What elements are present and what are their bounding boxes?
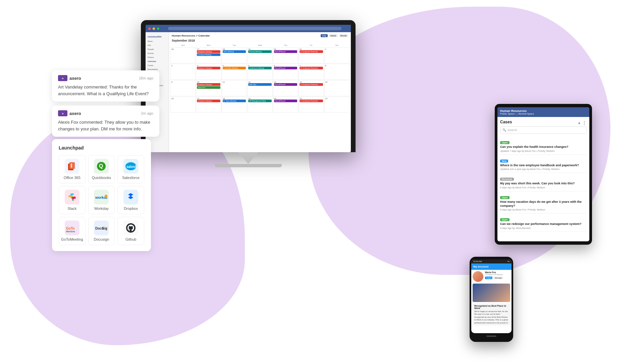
cal-event: 2+ Employee Performer bbox=[300, 100, 323, 102]
follow-button[interactable]: Follow bbox=[485, 277, 492, 279]
message-button[interactable]: Message bbox=[493, 277, 503, 279]
axero-brand-name-2: axero bbox=[69, 111, 81, 116]
tablet-frame: Human Resources Public Space — Normal Sp… bbox=[495, 104, 592, 245]
notifications-panel: a axero 16m ago Art Vandelay commented: … bbox=[52, 70, 159, 137]
cal-event: Committee Meeting bbox=[223, 67, 246, 69]
phone-post-body: We're happy to announce that, for the 5t… bbox=[474, 310, 508, 324]
cases-add-button[interactable]: + bbox=[578, 120, 581, 126]
cal-event: Employee Standup bbox=[197, 100, 220, 102]
launchpad-item-salesforce[interactable]: salesforce Salesforce bbox=[117, 155, 144, 183]
svg-rect-14 bbox=[74, 196, 75, 199]
svg-text:Meeting: Meeting bbox=[66, 230, 75, 232]
sidebar-item-news[interactable]: News bbox=[147, 39, 167, 43]
slack-label: Slack bbox=[67, 206, 76, 210]
cal-cell-19: 13 Payroll/Payroll bbox=[273, 80, 298, 96]
cases-header-row: Cases + ⋮ bbox=[500, 120, 587, 126]
cal-cell-1: 26 bbox=[170, 47, 196, 63]
cal-event: 2+ Employee Performer bbox=[300, 50, 323, 53]
launchpad-item-slack[interactable]: Slack bbox=[59, 186, 86, 214]
notif-brand-1: a axero bbox=[58, 75, 81, 81]
workday-icon: workday bbox=[94, 190, 109, 204]
case-item-1[interactable]: Open Can you explain the health insuranc… bbox=[500, 136, 587, 155]
cal-cell-7: 1 bbox=[324, 47, 350, 63]
case-item-4[interactable]: Open How many vacation days do we get af… bbox=[500, 191, 587, 214]
gotomeeting-icon: GoTo Meeting bbox=[65, 221, 79, 235]
quickbooks-icon: Q bbox=[94, 159, 109, 174]
tablet-hr-title: Human Resources bbox=[500, 109, 587, 113]
sidebar-item-people[interactable]: People bbox=[147, 47, 167, 51]
sidebar-item-info[interactable]: Info bbox=[147, 43, 167, 47]
cal-cell-24: 18 3+ Team Meeting bbox=[222, 97, 247, 113]
sidebar-item-photos[interactable]: Photos bbox=[147, 55, 167, 59]
svg-text:GoTo: GoTo bbox=[66, 227, 74, 230]
launchpad-item-github[interactable]: Github bbox=[117, 217, 144, 245]
monitor-neck-top bbox=[238, 152, 258, 164]
cal-cell-27: 21 2+ Employee Performer bbox=[299, 97, 324, 113]
svg-rect-8 bbox=[71, 193, 74, 195]
view-day-button[interactable]: Day bbox=[321, 34, 327, 37]
case-meta-2: Updated over a year ago by Alexis Fox • … bbox=[500, 168, 587, 170]
calendar-main: Human Resources > Calendar Day Week Mont… bbox=[169, 32, 351, 152]
monitor-stand-assembly bbox=[141, 152, 356, 167]
axero-logo-text-2: a bbox=[62, 112, 63, 115]
axero-brand-name-1: axero bbox=[69, 76, 81, 81]
notif-time-1: 16m ago bbox=[139, 76, 153, 80]
github-label: Github bbox=[125, 237, 136, 241]
case-item-3[interactable]: Resolved My pay was short this week. Can… bbox=[500, 173, 587, 191]
launchpad-panel: Launchpad Office 365 Q Quickbooks bbox=[52, 139, 151, 251]
phone-profile-name: Maria Fox bbox=[485, 271, 510, 274]
launchpad-item-workday[interactable]: workday Workday bbox=[88, 186, 115, 214]
case-meta-3: 6 days ago by Alexis Fox • Priority: Med… bbox=[500, 186, 587, 189]
launchpad-item-office365[interactable]: Office 365 bbox=[59, 155, 86, 183]
close-dot bbox=[148, 27, 151, 30]
sidebar-item-calendar[interactable]: Calendar bbox=[147, 59, 167, 63]
dropbox-label: Dropbox bbox=[124, 206, 138, 210]
phone-home-area bbox=[471, 333, 512, 339]
docusign-label: Docusign bbox=[94, 237, 109, 241]
cases-menu-button[interactable]: ⋮ bbox=[582, 120, 587, 126]
phone-screen: 10:00 AM ▪▪▪ My Account Maria Fox Compan… bbox=[471, 259, 512, 333]
home-button[interactable] bbox=[486, 336, 496, 337]
monitor-base bbox=[215, 164, 282, 167]
cal-cell-22: 16 bbox=[170, 97, 196, 113]
case-question-1: Can you explain the health insurance cha… bbox=[500, 145, 587, 149]
cal-event: Employee Standup bbox=[197, 83, 220, 86]
calendar-view-controls: Day Week Month bbox=[321, 34, 348, 37]
cal-cell-23: 17 Employee Standup bbox=[196, 97, 221, 113]
cal-event: Payroll/Payroll bbox=[274, 83, 297, 86]
view-week-button[interactable]: Week bbox=[329, 34, 338, 37]
view-month-button[interactable]: Month bbox=[339, 34, 348, 37]
office365-label: Office 365 bbox=[64, 176, 80, 180]
phone-header: My Account bbox=[471, 263, 512, 270]
cal-cell-9: 3 Employee Standup bbox=[196, 64, 221, 80]
launchpad-item-quickbooks[interactable]: Q Quickbooks bbox=[88, 155, 115, 183]
phone-profile-info: Maria Fox Company, All teams Follow Mess… bbox=[485, 271, 510, 279]
cal-cell-2: 27 Employee Standup Company Meeting bbox=[196, 47, 221, 63]
notification-card-1: a axero 16m ago Art Vandelay commented: … bbox=[52, 70, 159, 102]
launchpad-item-dropbox[interactable]: Dropbox bbox=[117, 186, 144, 214]
salesforce-label: Salesforce bbox=[122, 176, 140, 180]
launchpad-item-docusign[interactable]: Docu S Sign Docusign bbox=[88, 217, 115, 245]
office365-icon bbox=[65, 159, 79, 174]
calendar-header: Human Resources > Calendar Day Week Mont… bbox=[170, 34, 350, 38]
cal-event: Team Meeting bbox=[223, 50, 246, 53]
phone-status-bar: 10:00 AM ▪▪▪ bbox=[471, 259, 512, 263]
launchpad-item-gotomeeting[interactable]: GoTo Meeting GoToMeeting bbox=[59, 217, 86, 245]
cases-search-bar[interactable]: 🔍 Search bbox=[500, 126, 587, 134]
cal-cell-10: 4 Committee Meeting bbox=[222, 64, 247, 80]
case-item-2[interactable]: New Where is the new employee handbook a… bbox=[500, 155, 587, 173]
day-header-tue: Tue bbox=[222, 44, 247, 47]
case-badge-1: Open bbox=[500, 141, 509, 144]
case-item-5[interactable]: Open Can we redesign our performance man… bbox=[500, 214, 587, 232]
sidebar-item-cases[interactable]: Cases bbox=[147, 63, 167, 67]
sidebar-item-events[interactable]: Events bbox=[147, 51, 167, 55]
case-meta-1: Updated 7 days ago by Alexis Fox • Prior… bbox=[500, 150, 587, 152]
cal-event: HR Management Meet bbox=[248, 100, 271, 102]
phone-frame: 10:00 AM ▪▪▪ My Account Maria Fox Compan… bbox=[470, 257, 513, 342]
case-badge-5: Open bbox=[500, 218, 509, 221]
phone-profile-section: Maria Fox Company, All teams Follow Mess… bbox=[473, 271, 510, 282]
phone-post-title: Recognized as Best Place to Work bbox=[474, 305, 508, 309]
phone-signal-icons: ▪▪▪ bbox=[507, 260, 509, 262]
day-header-sat: Sat bbox=[324, 44, 350, 47]
tablet-header: Human Resources Public Space — Normal Sp… bbox=[497, 107, 589, 117]
